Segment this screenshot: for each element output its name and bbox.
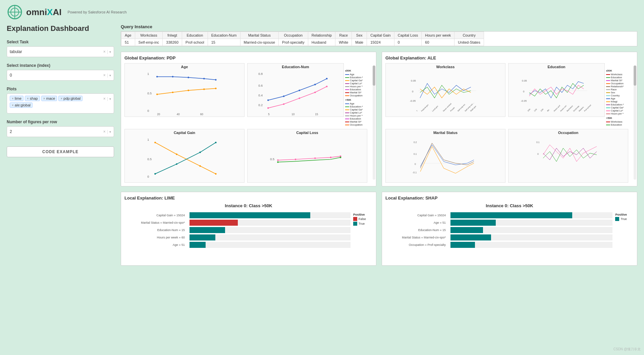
- global-explanation-row: Global Explanation: PDP Age 1 0.5 0: [121, 52, 637, 186]
- shap-bar-row-4: Marital Status = Married-civ-spo*: [392, 234, 612, 240]
- figures-per-row-clear-icon[interactable]: ×: [103, 129, 106, 134]
- tag-lime[interactable]: × lime: [10, 96, 23, 101]
- ale-scrollbar[interactable]: [634, 65, 636, 180]
- plots-tags-area: × lime × shap × mace × pdp:global × ale:…: [10, 96, 103, 108]
- ale-education-svg: 0.05 0 -0.05 10th 11th 12th 9th: [508, 69, 604, 113]
- pdp-age-svg: 1 0.5 0 20 40 60: [125, 69, 244, 116]
- figures-per-row-arrow-icon[interactable]: ▾: [109, 130, 111, 134]
- code-example-button[interactable]: CODE EXAMPLE: [7, 146, 114, 157]
- tag-ale-global[interactable]: × ale:global: [10, 102, 33, 108]
- select-instance-group: Select instance (index) 0 × | ▾: [7, 63, 114, 81]
- select-instance-arrow-icon[interactable]: ▾: [109, 74, 111, 77]
- lime-bar-row-4: Hours per week = 60: [131, 234, 351, 240]
- svg-point-17: [187, 90, 189, 91]
- figures-per-row-group: Number of figures per row 2 × | ▾: [7, 120, 114, 137]
- plots-dropdown[interactable]: × lime × shap × mace × pdp:global × ale:…: [7, 93, 114, 114]
- col-capital-gain: Capital Gain: [367, 32, 394, 39]
- svg-point-47: [215, 142, 217, 143]
- col-age: Age: [121, 32, 135, 39]
- lime-panel: Local Explanation: LIME Instance 0: Clas…: [121, 192, 376, 266]
- tag-pdp-global[interactable]: × pdp:global: [58, 96, 83, 101]
- lime-legend-false-box: [353, 217, 357, 221]
- cell-fnlwgt: 338260: [163, 39, 182, 46]
- shap-bar-fill-1: [450, 212, 572, 218]
- svg-point-44: [154, 173, 156, 175]
- shap-bar-fill-5: [450, 242, 475, 248]
- cell-occupation: Prof-specialty: [279, 39, 308, 46]
- select-task-arrow-icon[interactable]: ▾: [109, 50, 111, 54]
- ale-scroll-thumb: [634, 65, 636, 86]
- select-task-clear-icon[interactable]: ×: [103, 49, 106, 54]
- svg-point-33: [283, 103, 285, 105]
- pdp-panel: Global Explanation: PDP Age 1 0.5 0: [121, 52, 376, 186]
- col-occupation: Occupation: [279, 32, 308, 39]
- cell-capital-gain: 15024: [367, 39, 394, 46]
- plots-arrow-icon[interactable]: ▾: [109, 97, 111, 101]
- svg-point-13: [203, 78, 205, 80]
- select-task-group: Select Task tabular × | ▾: [7, 40, 114, 57]
- ale-occupation-svg: 0.1 0: [508, 135, 628, 178]
- svg-text:0.2: 0.2: [414, 141, 417, 143]
- select-instance-value: 0: [10, 73, 12, 78]
- shap-bar-label-5: Occupation = Prof-specialty: [392, 243, 446, 247]
- tag-shap-remove[interactable]: ×: [27, 97, 29, 100]
- powered-by-text: Powered by Salesforce AI Research: [67, 10, 126, 14]
- shap-bar-fill-2: [450, 220, 496, 226]
- select-instance-dropdown[interactable]: 0 × | ▾: [7, 70, 114, 81]
- tag-mace[interactable]: × mace: [41, 96, 57, 101]
- svg-text:0: 0: [147, 175, 149, 178]
- col-sex: Sex: [352, 32, 367, 39]
- lime-legend-true-label: True: [359, 222, 365, 225]
- tag-mace-remove[interactable]: ×: [43, 97, 45, 100]
- pdp-charts-grid: Age 1 0.5 0 20 40 60: [124, 63, 367, 183]
- svg-point-49: [277, 160, 279, 161]
- svg-point-45: [176, 163, 177, 165]
- svg-text:0.8: 0.8: [258, 72, 263, 76]
- svg-text:10: 10: [291, 113, 295, 116]
- shap-legend: Positive True: [615, 212, 627, 249]
- svg-text:Bachelors: Bachelors: [566, 105, 573, 112]
- figures-per-row-dropdown[interactable]: 2 × | ▾: [7, 126, 114, 137]
- select-instance-clear-icon[interactable]: ×: [103, 73, 106, 78]
- svg-point-51: [314, 158, 316, 159]
- svg-point-19: [215, 88, 217, 89]
- svg-point-14: [215, 79, 217, 81]
- svg-point-29: [299, 90, 300, 91]
- svg-text:0.5: 0.5: [147, 92, 152, 95]
- shap-bar-track-2: [450, 220, 612, 226]
- plots-clear-icon[interactable]: ×: [103, 96, 106, 101]
- cell-marital-status: Married-civ-spouse: [240, 39, 279, 46]
- shap-legend-true-label: True: [621, 217, 627, 221]
- svg-text:20: 20: [157, 113, 160, 116]
- svg-text:-0.05: -0.05: [521, 99, 527, 102]
- svg-text:0: 0: [523, 90, 524, 93]
- select-task-dropdown[interactable]: tabular × | ▾: [7, 46, 114, 57]
- svg-text:9th: 9th: [546, 109, 550, 112]
- svg-point-15: [156, 94, 158, 95]
- tag-lime-remove[interactable]: ×: [12, 97, 14, 100]
- query-instance-title: Query Instance: [121, 24, 637, 29]
- tag-ale-remove[interactable]: ×: [12, 103, 14, 107]
- shap-bars-area: Capital Gain = 15024 Age = 51: [392, 212, 612, 249]
- ale-marital-title: Marital Status: [386, 129, 505, 135]
- svg-point-31: [326, 78, 328, 80]
- svg-text:0: 0: [537, 153, 539, 155]
- svg-text:Federal-gov: Federal-gov: [421, 104, 429, 112]
- lime-bars-area: Capital Gain = 15024 Marital Status = Ma…: [131, 212, 351, 249]
- lime-bar-track-2: [190, 220, 351, 226]
- pdp-scrollbar[interactable]: [373, 65, 375, 180]
- query-instance-table-wrapper[interactable]: Age Workclass fnlwgt Education Education…: [121, 31, 637, 46]
- svg-text:0.6: 0.6: [258, 84, 263, 87]
- col-capital-loss: Capital Loss: [394, 32, 422, 39]
- tag-shap[interactable]: × shap: [25, 96, 40, 101]
- tag-pdp-remove[interactable]: ×: [60, 97, 62, 100]
- svg-point-30: [314, 84, 316, 85]
- col-marital-status: Marital Status: [240, 32, 279, 39]
- ale-marital-chart: Marital Status 0.2 0.1 0 -0.1: [385, 129, 505, 183]
- svg-text:Private: Private: [450, 106, 455, 112]
- lime-legend-true: True: [353, 222, 366, 226]
- shap-bar-row-5: Occupation = Prof-specialty: [392, 242, 612, 248]
- svg-point-50: [295, 159, 297, 160]
- shap-bar-row-3: Education-Num = 15: [392, 227, 612, 233]
- lime-legend-false-label: False: [359, 217, 366, 221]
